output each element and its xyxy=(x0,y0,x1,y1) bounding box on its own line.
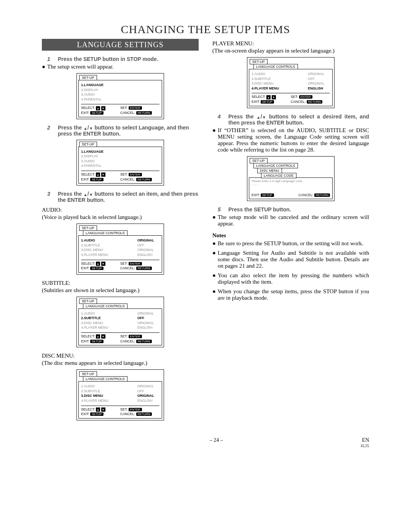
up-triangle-icon: ▲ xyxy=(256,115,261,120)
osd-label-exit: EXIT: xyxy=(81,266,89,270)
osd-label-cancel: CANCEL: xyxy=(120,177,135,181)
osd-screen-discmenu: SET-UP LANGUAGE CONTROLS 1.AUDIOORIGINAL… xyxy=(42,369,199,420)
bullet-icon: ● xyxy=(42,64,47,70)
body-text: The setup screen will appear. xyxy=(47,64,199,70)
osd-tab-langctrl: LANGUAGE CONTROLS xyxy=(253,163,298,168)
down-icon: ▼ xyxy=(101,106,105,110)
osd-pill-enter: ENTER xyxy=(129,106,142,110)
bullet-icon: ● xyxy=(212,240,218,247)
step-text-pre: Press the xyxy=(58,191,83,197)
osd-screen-subtitle: SET-UP LANGUAGE CONTROLS 1.AUDIOORIGINAL… xyxy=(42,297,199,348)
note-3: ● You can also select the item by pressi… xyxy=(212,272,369,285)
left-column: LANGUAGE SETTINGS 1 Press the SETUP butt… xyxy=(42,39,199,426)
footer-lang: EN xyxy=(360,437,369,443)
osd-val-original: ORIGINAL xyxy=(308,72,330,77)
osd-label-cancel: CANCEL: xyxy=(298,193,313,197)
osd-item-display: 2.DISPLAY xyxy=(81,88,159,93)
bullet-icon: ● xyxy=(212,272,218,285)
osd-item-playermenu: 4.PLAYER MENU xyxy=(81,252,137,257)
osd-val-off: OFF xyxy=(137,389,159,394)
osd-tab-langcode: LANGUAGE CODE xyxy=(261,173,296,178)
step-text: Press the SETUP button in STOP mode. xyxy=(58,56,199,62)
osd-val-off: OFF xyxy=(137,243,159,248)
step-text-pre: Press the xyxy=(58,125,83,131)
osd-tab-discmenu: DISC MENU xyxy=(257,168,282,173)
step-1-body: ● The setup screen will appear. xyxy=(42,64,199,70)
osd-item-playermenu: 4.PLAYER MENU xyxy=(81,398,137,403)
step-4-body: ● If “OTHER” is selected on the AUDIO, S… xyxy=(212,127,369,153)
step-text: Press the ▲/▼ buttons to select a desire… xyxy=(228,113,369,126)
osd-pill-enter: ENTER xyxy=(129,335,142,338)
step-3: 3 Press the ▲/▼ buttons to select an ite… xyxy=(47,191,199,203)
page-footer: – 24 – EN 1L25 xyxy=(42,437,369,448)
osd-val-english: ENGLISH xyxy=(137,252,159,257)
osd-label-set: SET: xyxy=(291,95,298,99)
osd-item-language: 1.LANGUAGE xyxy=(81,149,159,154)
osd-pill-return: RETURN xyxy=(136,340,152,343)
osd-label-set: SET: xyxy=(120,407,127,411)
up-triangle-icon: ▲ xyxy=(83,126,88,131)
osd-screen-setup-lang: SET-UP 1.LANGUAGE 2.DISPLAY 3.AUDIO 4.PA… xyxy=(42,140,199,186)
osd-val-original: ORIGINAL xyxy=(137,238,159,243)
osd-label-set: SET: xyxy=(120,106,127,110)
osd-pill-enter: ENTER xyxy=(129,408,142,411)
note-text: Language Setting for Audio and Subtitle … xyxy=(218,250,369,269)
osd-label-cancel: CANCEL: xyxy=(291,100,306,104)
subbody-discmenu: (The disc menu appears in selected langu… xyxy=(42,360,199,366)
osd-tab-setup: SET-UP xyxy=(79,142,97,147)
step-5-body: ● The setup mode will be canceled and th… xyxy=(212,214,369,227)
osd-item-audio: 1.AUDIO xyxy=(81,238,137,243)
step-text-pre: Press the xyxy=(228,113,256,120)
bullet-icon: ● xyxy=(212,250,218,269)
osd-item-parental: 4.PARENTAL xyxy=(81,163,159,168)
subbody-playermenu: (The on-screen display appears in select… xyxy=(212,48,369,54)
osd-tab-langctrl: LANGUAGE CONTROLS xyxy=(83,304,127,309)
up-icon: ▲ xyxy=(266,95,271,99)
notes-heading: Notes xyxy=(212,232,369,239)
footer-code: 1L25 xyxy=(360,443,369,448)
osd-tab-setup: SET-UP xyxy=(79,225,97,231)
osd-label-select: SELECT: xyxy=(81,262,95,265)
osd-val-original: ORIGINAL xyxy=(137,248,159,252)
step-4: 4 Press the ▲/▼ buttons to select a desi… xyxy=(218,113,369,126)
section-header: LANGUAGE SETTINGS xyxy=(42,39,199,51)
osd-pill-return: RETURN xyxy=(136,412,152,416)
osd-pill-enter: ENTER xyxy=(299,95,312,99)
down-icon: ▼ xyxy=(101,334,105,339)
osd-item-subtitle: 2.SUBTITLE xyxy=(81,389,137,394)
step-number: 3 xyxy=(47,191,58,197)
subheading-subtitle: SUBTITLE: xyxy=(42,280,199,286)
osd-screen-setup: SET-UP 1.LANGUAGE 2.DISPLAY 3.AUDIO 4.PA… xyxy=(42,73,199,119)
two-column-layout: LANGUAGE SETTINGS 1 Press the SETUP butt… xyxy=(42,39,369,426)
subheading-audio: AUDIO: xyxy=(42,207,199,213)
osd-label-exit: EXIT: xyxy=(81,111,89,115)
osd-label-exit: EXIT: xyxy=(81,412,89,416)
osd-tab-langctrl: LANGUAGE CONTROLS xyxy=(83,230,127,236)
note-text: Be sure to press the SETUP button, or th… xyxy=(218,240,369,247)
osd-pill-setup: SETUP xyxy=(90,111,104,115)
page-number: – 24 – xyxy=(72,437,360,448)
osd-pill-return: RETURN xyxy=(314,193,330,197)
osd-item-audio: 1.AUDIO xyxy=(81,311,137,316)
osd-item-audio: 3.AUDIO xyxy=(81,159,159,164)
osd-screen-langcode: SET-UP LANGUAGE CONTROLS DISC MENU LANGU… xyxy=(212,156,369,201)
osd-tab-setup: SET-UP xyxy=(79,371,97,377)
bullet-icon: ● xyxy=(212,127,218,153)
up-triangle-icon: ▲ xyxy=(83,193,88,197)
down-triangle-icon: ▼ xyxy=(89,193,93,197)
osd-item-discmenu: 3.DISC MENU xyxy=(81,248,137,252)
osd-item-audio: 1.AUDIO xyxy=(81,384,137,389)
osd-tab-langctrl: LANGUAGE CONTROLS xyxy=(83,376,127,382)
bullet-icon: ● xyxy=(212,214,218,227)
osd-tab-setup: SET-UP xyxy=(250,158,268,163)
osd-val-original: ORIGINAL xyxy=(137,393,159,398)
osd-val-original: ORIGINAL xyxy=(137,321,159,326)
osd-val-off: OFF xyxy=(137,316,159,321)
osd-pill-setup: SETUP xyxy=(261,193,274,197)
osd-label-exit: EXIT: xyxy=(252,193,260,197)
osd-pill-setup: SETUP xyxy=(90,267,104,270)
osd-item-discmenu: 3.DISC MENU xyxy=(252,81,308,86)
osd-tab-langctrl: LANGUAGE CONTROLS xyxy=(253,64,298,69)
osd-label-select: SELECT: xyxy=(252,95,266,99)
osd-label-select: SELECT: xyxy=(81,173,95,176)
